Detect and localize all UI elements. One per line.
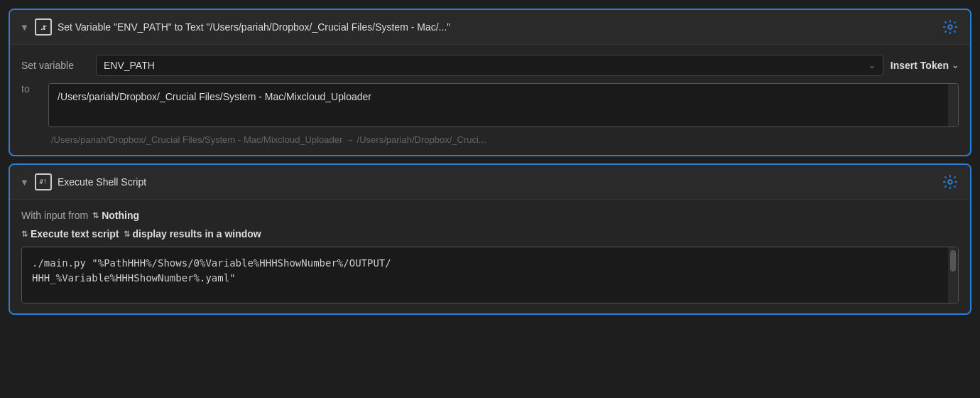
insert-token-chevron: ⌄ <box>952 60 959 70</box>
variable-dropdown-arrow: ⌄ <box>869 60 876 70</box>
script-line-1: ./main.py "%PathHHH%/Shows/0%Variable%HH… <box>32 257 391 269</box>
script-scrollbar-thumb <box>950 250 956 271</box>
path-value: /Users/pariah/Dropbox/_Crucial Files/Sys… <box>49 84 948 127</box>
gear-icon <box>942 19 958 35</box>
preview-row: /Users/pariah/Dropbox/_Crucial Files/Sys… <box>21 134 959 145</box>
insert-token-button[interactable]: Insert Token ⌄ <box>891 60 959 71</box>
execute-shell-header: ▼ #! Execute Shell Script <box>10 165 970 200</box>
display-type-value: display results in a window <box>133 228 261 240</box>
with-input-label: With input from <box>21 210 88 221</box>
execute-shell-title: Execute Shell Script <box>58 176 935 188</box>
path-input-box[interactable]: /Users/pariah/Dropbox/_Crucial Files/Sys… <box>48 83 959 127</box>
variable-name-input[interactable]: ENV_PATH ⌄ <box>96 55 883 76</box>
display-type-select[interactable]: ⇅ display results in a window <box>124 228 261 240</box>
script-line-2: HHH_%Variable%HHHShowNumber%.yaml" <box>32 272 236 284</box>
to-field-row: to /Users/pariah/Dropbox/_Crucial Files/… <box>21 83 959 127</box>
script-content: ./main.py "%PathHHH%/Shows/0%Variable%HH… <box>22 247 948 303</box>
set-variable-block: ▼ 𝑥 Set Variable "ENV_PATH" to Text "/Us… <box>9 9 971 156</box>
set-variable-title: Set Variable "ENV_PATH" to Text "/Users/… <box>58 21 935 33</box>
execute-options-row: ⇅ Execute text script ⇅ display results … <box>21 228 959 240</box>
set-variable-icon: 𝑥 <box>35 18 52 36</box>
preview-path-text: /Users/pariah/Dropbox/_Crucial Files/Sys… <box>48 134 489 145</box>
execute-shell-gear-button[interactable] <box>940 172 960 192</box>
script-input-box[interactable]: ./main.py "%PathHHH%/Shows/0%Variable%HH… <box>21 247 959 303</box>
script-scrollbar <box>948 247 958 303</box>
variable-name-value: ENV_PATH <box>104 60 863 71</box>
path-scrollbar <box>948 84 958 127</box>
to-label: to <box>21 83 41 95</box>
set-variable-gear-button[interactable] <box>940 17 960 37</box>
execute-type-arrows: ⇅ <box>21 230 28 239</box>
execute-shell-block: ▼ #! Execute Shell Script With input fro… <box>9 163 971 315</box>
gear-icon <box>942 174 958 190</box>
collapse-arrow-set-variable[interactable]: ▼ <box>20 22 29 33</box>
svg-point-0 <box>948 25 952 29</box>
input-source-value: Nothing <box>102 210 139 221</box>
set-variable-label: Set variable <box>21 60 89 71</box>
set-variable-header: ▼ 𝑥 Set Variable "ENV_PATH" to Text "/Us… <box>10 10 970 45</box>
input-source-arrows: ⇅ <box>92 211 99 220</box>
set-variable-field-row: Set variable ENV_PATH ⌄ Insert Token ⌄ <box>21 55 959 76</box>
set-variable-body: Set variable ENV_PATH ⌄ Insert Token ⌄ t… <box>10 45 970 155</box>
input-source-select[interactable]: ⇅ Nothing <box>92 210 139 221</box>
collapse-arrow-shell[interactable]: ▼ <box>20 177 29 188</box>
execute-shell-body: With input from ⇅ Nothing ⇅ Execute text… <box>10 200 970 313</box>
execute-type-select[interactable]: ⇅ Execute text script <box>21 228 119 240</box>
display-type-arrows: ⇅ <box>124 230 130 239</box>
svg-point-1 <box>948 180 952 184</box>
insert-token-label: Insert Token <box>891 60 949 71</box>
with-input-row: With input from ⇅ Nothing <box>21 210 959 221</box>
execute-type-value: Execute text script <box>31 228 119 240</box>
shell-icon: #! <box>35 173 52 190</box>
